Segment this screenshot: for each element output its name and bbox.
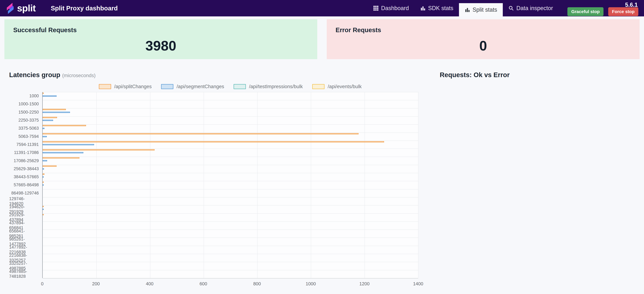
y-axis-label: 3375-5063 — [9, 124, 42, 132]
y-axis-label: 194620-291929 — [9, 205, 42, 213]
gridline-h — [43, 254, 418, 254]
force-stop-button[interactable]: Force stop — [608, 7, 638, 16]
y-axis-label: 2216838-3325257 — [9, 254, 42, 262]
y-axis-label: 656841-985261 — [9, 229, 42, 237]
legend-swatch — [99, 84, 111, 89]
latency-bar — [43, 120, 53, 121]
latency-bar — [43, 112, 70, 113]
error-card: Error Requests 0 — [327, 19, 640, 59]
tab-dashboard[interactable]: Dashboard — [368, 0, 414, 17]
legend-swatch — [161, 84, 173, 89]
tab-label: Split stats — [472, 7, 497, 13]
latency-bar — [43, 209, 44, 210]
y-axis-label: 437894-656841 — [9, 221, 42, 229]
gridline-h — [43, 165, 418, 165]
latency-bar — [43, 176, 44, 178]
gridline-h — [43, 100, 418, 100]
y-axis-label: 4987885-7481828 — [9, 270, 42, 278]
version-label: 5.6.1 — [625, 2, 638, 8]
x-axis-label: 800 — [253, 281, 261, 286]
legend-label: /api/events/bulk — [328, 84, 362, 89]
gridline-h — [43, 157, 418, 157]
success-card: Successful Requests 3980 — [4, 19, 317, 59]
gridline-v — [418, 92, 418, 278]
latency-bar — [43, 168, 44, 170]
card-title: Successful Requests — [13, 27, 308, 34]
latency-bar — [43, 125, 86, 126]
latency-bar — [43, 157, 80, 159]
gridline-h — [43, 92, 418, 92]
latency-bar — [43, 144, 94, 145]
gridline-h — [43, 197, 418, 197]
gridline-h — [43, 205, 418, 205]
x-axis-label: 200 — [92, 281, 100, 286]
gridline-h — [43, 237, 418, 238]
latency-chart: 10001000-15001500-22502250-33753375-5063… — [9, 92, 426, 278]
gridline-v — [96, 92, 96, 278]
y-axis-label: 17086-25629 — [9, 157, 42, 165]
split-logo-icon — [6, 3, 14, 14]
gridline-h — [43, 221, 418, 222]
card-value: 3980 — [13, 38, 308, 54]
tab-sdk-stats[interactable]: SDK stats — [414, 0, 459, 17]
y-axis-label: 38443-57665 — [9, 173, 42, 181]
latency-panel: Latencies group(microseconds) /api/split… — [0, 71, 426, 289]
y-axis-label: 1477892-2216838 — [9, 246, 42, 254]
grid-icon — [373, 6, 378, 11]
latency-subtitle: (microseconds) — [62, 73, 96, 78]
search-icon — [508, 6, 514, 11]
legend-label: /api/segmentChanges — [176, 84, 224, 89]
y-axis-label: 7594-11391 — [9, 141, 42, 149]
legend-item[interactable]: /api/events/bulk — [312, 84, 362, 89]
gridline-v — [150, 92, 150, 278]
gridline-h — [43, 124, 418, 125]
latency-plot — [42, 92, 418, 278]
gridline-h — [43, 108, 418, 109]
latency-bar — [43, 136, 47, 137]
gridline-h — [43, 116, 418, 117]
gridline-h — [43, 262, 418, 262]
latency-bar — [43, 173, 44, 175]
latency-bar — [43, 109, 66, 110]
y-axis-label: 25629-38443 — [9, 165, 42, 173]
tab-split-stats[interactable]: Split stats — [459, 3, 503, 17]
tab-data-inspector[interactable]: Data inspector — [503, 0, 558, 17]
latency-ylabels: 10001000-15001500-22502250-33753375-5063… — [9, 92, 42, 278]
gridline-h — [43, 189, 418, 189]
y-axis-label: 86498-129746 — [9, 189, 42, 197]
y-axis-label: 985261-1477892 — [9, 237, 42, 245]
latency-bar — [43, 128, 44, 129]
latency-bar — [43, 141, 384, 142]
latency-xaxis: 0200400600800100012001400 — [42, 278, 418, 289]
legend-item[interactable]: /api/splitChanges — [99, 84, 152, 89]
latency-bar — [43, 95, 56, 97]
bar-chart-icon — [420, 6, 426, 11]
gridline-h — [43, 246, 418, 246]
summary-cards: Successful Requests 3980 Error Requests … — [4, 19, 640, 59]
legend-item[interactable]: /api/testImpressions/bulk — [234, 84, 303, 89]
gridline-h — [43, 149, 418, 149]
x-axis-label: 600 — [200, 281, 207, 286]
x-axis-label: 0 — [41, 281, 44, 286]
legend-label: /api/splitChanges — [114, 84, 152, 89]
tab-label: Data inspector — [516, 5, 553, 12]
y-axis-label: 1500-2250 — [9, 108, 42, 116]
header: split Split Proxy dashboard Dashboard SD… — [0, 0, 644, 17]
latency-bar — [43, 184, 44, 186]
y-axis-label: 5063-7594 — [9, 132, 42, 140]
bar-chart-icon — [465, 7, 470, 13]
gridline-v — [257, 92, 258, 278]
x-axis-label: 1400 — [413, 281, 423, 286]
tab-label: Dashboard — [381, 5, 409, 12]
gridline-v — [311, 92, 311, 278]
y-axis-label: 11391-17086 — [9, 149, 42, 157]
legend-item[interactable]: /api/segmentChanges — [161, 84, 224, 89]
x-axis-label: 1000 — [306, 281, 316, 286]
requests-panel: Requests: Ok vs Error — [426, 71, 644, 289]
tab-label: SDK stats — [428, 5, 453, 12]
gridline-h — [43, 229, 418, 230]
y-axis-label: 2250-3375 — [9, 116, 42, 124]
graceful-stop-button[interactable]: Graceful stop — [568, 7, 603, 16]
x-axis-label: 1200 — [359, 281, 370, 286]
requests-section-title: Requests: Ok vs Error — [440, 71, 644, 79]
